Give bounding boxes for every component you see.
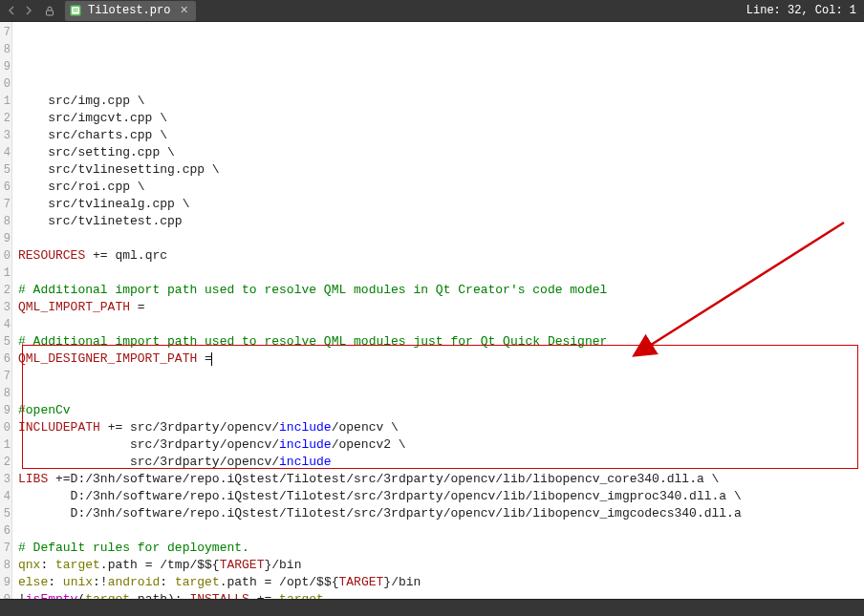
code-line[interactable]: src/roi.cpp \ [18,179,860,196]
code-token: qnx [18,558,40,572]
file-tab[interactable]: Tilotest.pro × [65,1,196,21]
code-token: src/img.cpp \ [18,94,145,108]
code-token: : [40,558,55,572]
code-line[interactable]: src/tvlinealg.cpp \ [18,196,860,213]
code-token: += qml.qrc [85,248,167,263]
gutter-line-number: 6 [0,350,11,368]
gutter-line-number: 7 [0,368,11,385]
gutter-line-number: 0 [0,75,11,93]
code-line[interactable]: src/3rdparty/opencv/include [18,454,860,471]
code-line[interactable]: qnx: target.path = /tmp/$${TARGET}/bin [18,557,860,574]
code-line[interactable]: QML_DESIGNER_IMPORT_PATH = [18,350,860,368]
code-line[interactable]: INCLUDEPATH += src/3rdparty/opencv/inclu… [18,419,860,436]
code-token: QML_DESIGNER_IMPORT_PATH [18,351,197,366]
code-token: src/3rdparty/opencv/ [18,437,279,452]
nav-back-icon[interactable] [4,3,19,18]
code-token: src/setting.cpp \ [18,145,175,159]
code-line[interactable]: src/tvlinetest.cpp [18,213,860,230]
gutter-line-number: 9 [0,58,11,75]
gutter-line-number: 2 [0,454,11,471]
gutter-line-number: 6 [0,522,11,540]
code-line[interactable]: src/3rdparty/opencv/include/opencv2 \ [18,436,860,454]
code-token: :! [93,575,108,589]
gutter-line-number: 7 [0,24,11,41]
gutter-line-number: 2 [0,110,11,127]
code-token: else [18,575,48,589]
code-line[interactable]: D:/3nh/software/repo.iQstest/Tilotest/sr… [18,488,860,505]
code-token: target [55,558,100,572]
code-token: = [197,351,212,366]
code-line[interactable]: src/setting.cpp \ [18,144,860,161]
code-line[interactable] [18,385,860,402]
gutter-line-number: 2 [0,282,11,299]
code-line[interactable] [18,316,860,333]
code-line[interactable]: QML_IMPORT_PATH = [18,299,860,316]
code-token: RESOURCES [18,248,85,263]
editor-area: 78901234567890123456789012345678901 src/… [0,22,864,599]
gutter-line-number: 3 [0,299,11,316]
code-token: = [130,300,145,314]
code-line[interactable]: src/charts.cpp \ [18,127,860,144]
code-line[interactable]: src/imgcvt.cpp \ [18,110,860,127]
code-token: D:/3nh/software/repo.iQstest/Tilotest/sr… [18,489,742,503]
code-token: #openCv [18,403,71,417]
code-line[interactable]: src/img.cpp \ [18,93,860,110]
code-token: target [279,592,324,599]
gutter-line-number: 0 [0,591,11,599]
code-line[interactable]: else: unix:!android: target.path = /opt/… [18,574,860,591]
svg-rect-4 [73,11,77,11]
code-line[interactable]: !isEmpty(target.path): INSTALLS += targe… [18,591,860,599]
nav-forward-icon[interactable] [21,3,36,18]
svg-rect-2 [72,7,79,14]
code-token: src/3rdparty/opencv/ [18,455,279,469]
code-line[interactable] [18,230,860,247]
code-token: src/tvlinesetting.cpp \ [18,162,220,177]
gutter-line-number: 4 [0,316,11,333]
code-editor[interactable]: src/img.cpp \ src/imgcvt.cpp \ src/chart… [12,22,864,599]
code-token: android [108,575,161,589]
tab-close-icon[interactable]: × [180,5,187,16]
code-token: src/tvlinealg.cpp \ [18,197,189,211]
line-gutter: 78901234567890123456789012345678901 [0,22,12,599]
code-token: /opencv2 \ [332,437,406,452]
code-token: }/bin [383,575,421,589]
code-line[interactable] [18,368,860,385]
titlebar: Tilotest.pro × Line: 32, Col: 1 [0,0,864,22]
svg-rect-3 [73,9,77,10]
code-token: .path = /opt/$${ [220,575,339,589]
gutter-line-number: 1 [0,93,11,110]
lock-icon [42,3,57,18]
gutter-line-number: 8 [0,557,11,574]
code-token: # Additional import path used to resolve… [18,334,607,349]
code-line[interactable]: #openCv [18,402,860,419]
gutter-line-number: 4 [0,488,11,505]
code-token: ! [18,592,26,599]
code-token: include [279,455,332,469]
gutter-line-number: 8 [0,41,11,58]
code-token: /opencv \ [332,420,399,435]
gutter-line-number: 4 [0,144,11,161]
code-line[interactable]: RESOURCES += qml.qrc [18,247,860,265]
code-line[interactable]: LIBS +=D:/3nh/software/repo.iQstest/Tilo… [18,471,860,488]
code-line[interactable]: # Default rules for deployment. [18,540,860,557]
code-token: target [85,592,130,599]
code-line[interactable] [18,522,860,540]
code-line[interactable]: # Additional import path used to resolve… [18,282,860,299]
code-token: .path): [130,592,189,599]
text-caret [211,352,212,366]
code-line[interactable] [18,265,860,282]
code-token: src/charts.cpp \ [18,128,167,142]
code-token: += [249,592,279,599]
gutter-line-number: 9 [0,230,11,247]
code-line[interactable]: # Additional import path used to resolve… [18,333,860,350]
code-token: : [160,575,175,589]
code-line[interactable]: src/tvlinesetting.cpp \ [18,161,860,179]
code-token: unix [63,575,93,589]
code-token: include [279,437,332,452]
gutter-line-number: 3 [0,471,11,488]
statusbar [0,599,864,616]
gutter-line-number: 8 [0,385,11,402]
cursor-position-label: Line: 32, Col: 1 [746,4,860,17]
code-token: D:/3nh/software/repo.iQstest/Tilotest/sr… [18,506,742,520]
code-line[interactable]: D:/3nh/software/repo.iQstest/Tilotest/sr… [18,505,860,522]
